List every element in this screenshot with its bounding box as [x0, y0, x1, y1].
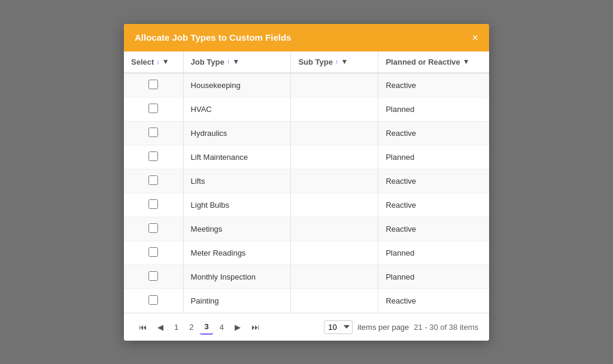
- row-checkbox-cell: [124, 121, 183, 145]
- row-subtype: [291, 97, 378, 121]
- row-checkbox-cell: [124, 145, 183, 169]
- table-row: Monthly InspectionPlanned: [124, 265, 489, 289]
- row-jobtype: Hydraulics: [183, 121, 291, 145]
- table-row: PaintingReactive: [124, 289, 489, 313]
- subtype-sort-icon[interactable]: ↑: [335, 58, 339, 65]
- table-body: HousekeepingReactiveHVACPlannedHydraulic…: [124, 73, 489, 313]
- row-jobtype: Housekeeping: [183, 73, 291, 98]
- row-jobtype: Meetings: [183, 217, 291, 241]
- col-jobtype-label: Job Type: [191, 57, 224, 66]
- page-4-button[interactable]: 4: [216, 320, 228, 334]
- items-info: 21 - 30 of 38 items: [414, 323, 478, 332]
- row-jobtype: Light Bulbs: [183, 193, 291, 217]
- row-checkbox[interactable]: [148, 104, 158, 113]
- modal-footer: ⏮ ◀ 1 2 3 4 ▶ ⏭ 10 20 50 100 items per p…: [124, 313, 489, 341]
- prev-page-button[interactable]: ◀: [153, 320, 168, 334]
- table-row: MeetingsReactive: [124, 217, 489, 241]
- row-checkbox-cell: [124, 97, 183, 121]
- row-subtype: [291, 265, 378, 289]
- row-planned: Planned: [378, 265, 489, 289]
- modal-header: Allocate Job Types to Custom Fields ×: [124, 24, 489, 51]
- planned-filter-icon[interactable]: ▼: [463, 57, 470, 66]
- per-page-select[interactable]: 10 20 50 100: [324, 320, 353, 334]
- table-row: HousekeepingReactive: [124, 73, 489, 98]
- row-subtype: [291, 241, 378, 265]
- row-checkbox[interactable]: [148, 128, 158, 137]
- row-subtype: [291, 145, 378, 169]
- modal: Allocate Job Types to Custom Fields × Se…: [124, 24, 489, 341]
- row-checkbox[interactable]: [148, 80, 158, 89]
- row-planned: Reactive: [378, 73, 489, 98]
- row-planned: Reactive: [378, 193, 489, 217]
- row-subtype: [291, 169, 378, 193]
- pagination-left: ⏮ ◀ 1 2 3 4 ▶ ⏭: [135, 320, 263, 335]
- row-checkbox[interactable]: [148, 175, 158, 185]
- col-planned-label: Planned or Reactive: [386, 57, 460, 66]
- row-jobtype: Meter Readings: [183, 241, 291, 265]
- row-checkbox-cell: [124, 289, 183, 313]
- row-subtype: [291, 193, 378, 217]
- items-per-page-label: items per page: [357, 323, 409, 332]
- row-checkbox-cell: [124, 241, 183, 265]
- row-checkbox-cell: [124, 265, 183, 289]
- col-jobtype: Job Type ↑ ▼: [183, 51, 291, 73]
- job-types-table: Select ↓ ▼ Job Type ↑ ▼: [124, 51, 489, 313]
- table-row: Lift MaintenancePlanned: [124, 145, 489, 169]
- table-row: Meter ReadingsPlanned: [124, 241, 489, 265]
- page-3-button[interactable]: 3: [200, 320, 213, 335]
- jobtype-sort-icon[interactable]: ↑: [227, 58, 230, 65]
- jobtype-filter-icon[interactable]: ▼: [232, 57, 239, 66]
- row-subtype: [291, 73, 378, 98]
- row-planned: Reactive: [378, 169, 489, 193]
- col-subtype-label: Sub Type: [298, 57, 333, 66]
- page-1-button[interactable]: 1: [170, 320, 183, 334]
- col-select: Select ↓ ▼: [124, 51, 183, 73]
- row-checkbox[interactable]: [148, 151, 158, 161]
- row-checkbox[interactable]: [148, 199, 158, 209]
- row-planned: Reactive: [378, 121, 489, 145]
- row-jobtype: Painting: [183, 289, 291, 313]
- row-planned: Planned: [378, 97, 489, 121]
- col-subtype: Sub Type ↑ ▼: [291, 51, 378, 73]
- table-wrapper: Select ↓ ▼ Job Type ↑ ▼: [124, 51, 489, 313]
- row-checkbox[interactable]: [148, 295, 158, 305]
- row-checkbox-cell: [124, 193, 183, 217]
- table-row: HydraulicsReactive: [124, 121, 489, 145]
- table-row: HVACPlanned: [124, 97, 489, 121]
- table-header-row: Select ↓ ▼ Job Type ↑ ▼: [124, 51, 489, 73]
- col-planned: Planned or Reactive ▼: [378, 51, 489, 73]
- last-page-button[interactable]: ⏭: [247, 320, 263, 334]
- table-row: LiftsReactive: [124, 169, 489, 193]
- row-planned: Reactive: [378, 289, 489, 313]
- row-jobtype: Lift Maintenance: [183, 145, 291, 169]
- row-checkbox[interactable]: [148, 271, 158, 281]
- row-jobtype: Monthly Inspection: [183, 265, 291, 289]
- row-checkbox-cell: [124, 217, 183, 241]
- row-checkbox[interactable]: [148, 223, 158, 233]
- first-page-button[interactable]: ⏮: [135, 320, 151, 334]
- pagination-right: 10 20 50 100 items per page 21 - 30 of 3…: [324, 320, 478, 334]
- modal-title: Allocate Job Types to Custom Fields: [135, 32, 291, 43]
- page-2-button[interactable]: 2: [185, 320, 198, 334]
- select-sort-icon[interactable]: ↓: [156, 58, 160, 65]
- row-planned: Planned: [378, 241, 489, 265]
- modal-overlay: Allocate Job Types to Custom Fields × Se…: [0, 0, 613, 364]
- row-checkbox-cell: [124, 73, 183, 98]
- row-subtype: [291, 289, 378, 313]
- modal-body: Select ↓ ▼ Job Type ↑ ▼: [124, 51, 489, 313]
- row-jobtype: HVAC: [183, 97, 291, 121]
- row-jobtype: Lifts: [183, 169, 291, 193]
- subtype-filter-icon[interactable]: ▼: [341, 57, 348, 66]
- next-page-button[interactable]: ▶: [230, 320, 245, 334]
- row-checkbox[interactable]: [148, 247, 158, 257]
- row-planned: Reactive: [378, 217, 489, 241]
- select-filter-icon[interactable]: ▼: [162, 57, 169, 66]
- close-button[interactable]: ×: [472, 32, 478, 43]
- table-row: Light BulbsReactive: [124, 193, 489, 217]
- row-subtype: [291, 121, 378, 145]
- row-subtype: [291, 217, 378, 241]
- row-planned: Planned: [378, 145, 489, 169]
- row-checkbox-cell: [124, 169, 183, 193]
- col-select-label: Select: [131, 57, 154, 66]
